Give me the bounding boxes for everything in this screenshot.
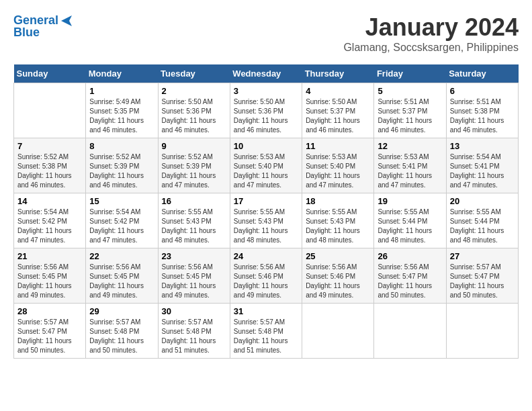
day-number: 10 — [234, 141, 298, 151]
day-info: Sunrise: 5:56 AM Sunset: 5:46 PM Dayligh… — [306, 263, 370, 300]
day-header-friday: Friday — [374, 64, 446, 83]
calendar-cell: 27Sunrise: 5:57 AM Sunset: 5:47 PM Dayli… — [446, 248, 518, 304]
calendar-cell: 23Sunrise: 5:56 AM Sunset: 5:45 PM Dayli… — [158, 248, 230, 304]
day-info: Sunrise: 5:55 AM Sunset: 5:43 PM Dayligh… — [306, 208, 370, 245]
day-number: 25 — [306, 251, 370, 261]
day-info: Sunrise: 5:52 AM Sunset: 5:39 PM Dayligh… — [162, 152, 226, 190]
day-info: Sunrise: 5:56 AM Sunset: 5:46 PM Dayligh… — [234, 263, 298, 300]
title-section: January 2024 Glamang, Soccsksargen, Phil… — [343, 13, 519, 54]
day-info: Sunrise: 5:53 AM Sunset: 5:40 PM Dayligh… — [234, 152, 298, 190]
day-number: 1 — [89, 86, 154, 96]
calendar-cell: 26Sunrise: 5:56 AM Sunset: 5:47 PM Dayli… — [374, 248, 446, 304]
calendar-cell — [302, 304, 374, 359]
calendar-cell: 18Sunrise: 5:55 AM Sunset: 5:43 PM Dayli… — [302, 193, 374, 248]
day-number: 18 — [306, 196, 370, 206]
week-row-3: 14Sunrise: 5:54 AM Sunset: 5:42 PM Dayli… — [14, 193, 519, 248]
day-info: Sunrise: 5:49 AM Sunset: 5:35 PM Dayligh… — [89, 97, 154, 135]
day-number: 19 — [378, 196, 442, 206]
day-info: Sunrise: 5:55 AM Sunset: 5:43 PM Dayligh… — [162, 208, 226, 245]
calendar-cell: 8Sunrise: 5:52 AM Sunset: 5:39 PM Daylig… — [86, 138, 158, 193]
calendar-table: SundayMondayTuesdayWednesdayThursdayFrid… — [13, 64, 519, 359]
main-title: January 2024 — [343, 13, 519, 42]
calendar-cell — [446, 304, 518, 359]
day-info: Sunrise: 5:57 AM Sunset: 5:47 PM Dayligh… — [17, 318, 82, 355]
calendar-cell: 19Sunrise: 5:55 AM Sunset: 5:44 PM Dayli… — [374, 193, 446, 248]
day-number: 15 — [89, 196, 154, 206]
day-info: Sunrise: 5:54 AM Sunset: 5:42 PM Dayligh… — [17, 208, 82, 245]
day-header-sunday: Sunday — [14, 64, 86, 83]
day-info: Sunrise: 5:57 AM Sunset: 5:48 PM Dayligh… — [89, 318, 154, 355]
calendar-cell: 22Sunrise: 5:56 AM Sunset: 5:45 PM Dayli… — [86, 248, 158, 304]
calendar-cell: 4Sunrise: 5:50 AM Sunset: 5:37 PM Daylig… — [302, 83, 374, 138]
calendar-cell: 1Sunrise: 5:49 AM Sunset: 5:35 PM Daylig… — [86, 83, 158, 138]
day-number: 7 — [17, 141, 82, 151]
day-info: Sunrise: 5:57 AM Sunset: 5:48 PM Dayligh… — [162, 318, 226, 355]
day-number: 27 — [450, 251, 515, 261]
calendar-cell: 7Sunrise: 5:52 AM Sunset: 5:38 PM Daylig… — [14, 138, 86, 193]
day-number: 26 — [378, 251, 442, 261]
calendar-cell: 10Sunrise: 5:53 AM Sunset: 5:40 PM Dayli… — [230, 138, 302, 193]
day-header-thursday: Thursday — [302, 64, 374, 83]
calendar-cell: 3Sunrise: 5:50 AM Sunset: 5:36 PM Daylig… — [230, 83, 302, 138]
day-number: 17 — [234, 196, 298, 206]
day-info: Sunrise: 5:50 AM Sunset: 5:36 PM Dayligh… — [162, 97, 226, 135]
day-info: Sunrise: 5:53 AM Sunset: 5:40 PM Dayligh… — [306, 152, 370, 190]
calendar-cell — [374, 304, 446, 359]
day-info: Sunrise: 5:57 AM Sunset: 5:47 PM Dayligh… — [450, 263, 515, 300]
day-number: 14 — [17, 196, 82, 206]
day-info: Sunrise: 5:55 AM Sunset: 5:43 PM Dayligh… — [234, 208, 298, 245]
calendar-cell: 2Sunrise: 5:50 AM Sunset: 5:36 PM Daylig… — [158, 83, 230, 138]
logo: General Blue — [13, 13, 73, 40]
day-info: Sunrise: 5:54 AM Sunset: 5:41 PM Dayligh… — [450, 152, 515, 190]
header: General Blue January 2024 Glamang, Soccs… — [13, 13, 519, 54]
week-row-4: 21Sunrise: 5:56 AM Sunset: 5:45 PM Dayli… — [14, 248, 519, 304]
calendar-cell: 28Sunrise: 5:57 AM Sunset: 5:47 PM Dayli… — [14, 304, 86, 359]
day-info: Sunrise: 5:54 AM Sunset: 5:42 PM Dayligh… — [89, 208, 154, 245]
day-number: 11 — [306, 141, 370, 151]
calendar-cell: 20Sunrise: 5:55 AM Sunset: 5:44 PM Dayli… — [446, 193, 518, 248]
day-number: 30 — [162, 306, 226, 316]
calendar-cell: 16Sunrise: 5:55 AM Sunset: 5:43 PM Dayli… — [158, 193, 230, 248]
calendar-cell: 15Sunrise: 5:54 AM Sunset: 5:42 PM Dayli… — [86, 193, 158, 248]
calendar-cell: 9Sunrise: 5:52 AM Sunset: 5:39 PM Daylig… — [158, 138, 230, 193]
day-number: 20 — [450, 196, 515, 206]
day-number: 5 — [378, 86, 442, 96]
day-number: 23 — [162, 251, 226, 261]
calendar-cell: 30Sunrise: 5:57 AM Sunset: 5:48 PM Dayli… — [158, 304, 230, 359]
day-info: Sunrise: 5:56 AM Sunset: 5:47 PM Dayligh… — [378, 263, 442, 300]
day-info: Sunrise: 5:56 AM Sunset: 5:45 PM Dayligh… — [162, 263, 226, 300]
calendar-cell: 24Sunrise: 5:56 AM Sunset: 5:46 PM Dayli… — [230, 248, 302, 304]
day-number: 29 — [89, 306, 154, 316]
calendar-cell: 11Sunrise: 5:53 AM Sunset: 5:40 PM Dayli… — [302, 138, 374, 193]
header-row: SundayMondayTuesdayWednesdayThursdayFrid… — [14, 64, 519, 83]
day-info: Sunrise: 5:52 AM Sunset: 5:39 PM Dayligh… — [89, 152, 154, 190]
day-number: 6 — [450, 86, 515, 96]
calendar-cell: 31Sunrise: 5:57 AM Sunset: 5:48 PM Dayli… — [230, 304, 302, 359]
calendar-cell — [14, 83, 86, 138]
day-info: Sunrise: 5:55 AM Sunset: 5:44 PM Dayligh… — [450, 208, 515, 245]
day-info: Sunrise: 5:55 AM Sunset: 5:44 PM Dayligh… — [378, 208, 442, 245]
day-number: 8 — [89, 141, 154, 151]
day-info: Sunrise: 5:50 AM Sunset: 5:37 PM Dayligh… — [306, 97, 370, 135]
subtitle: Glamang, Soccsksargen, Philippines — [343, 42, 519, 54]
day-number: 21 — [17, 251, 82, 261]
day-number: 31 — [234, 306, 298, 316]
day-info: Sunrise: 5:52 AM Sunset: 5:38 PM Dayligh… — [17, 152, 82, 190]
day-header-tuesday: Tuesday — [158, 64, 230, 83]
calendar-cell: 12Sunrise: 5:53 AM Sunset: 5:41 PM Dayli… — [374, 138, 446, 193]
day-number: 2 — [162, 86, 226, 96]
calendar-cell: 17Sunrise: 5:55 AM Sunset: 5:43 PM Dayli… — [230, 193, 302, 248]
logo-text-blue: Blue — [13, 26, 40, 40]
day-number: 12 — [378, 141, 442, 151]
logo-bird-icon — [60, 14, 73, 28]
day-info: Sunrise: 5:53 AM Sunset: 5:41 PM Dayligh… — [378, 152, 442, 190]
svg-marker-0 — [61, 15, 72, 26]
day-number: 22 — [89, 251, 154, 261]
week-row-1: 1Sunrise: 5:49 AM Sunset: 5:35 PM Daylig… — [14, 83, 519, 138]
day-info: Sunrise: 5:56 AM Sunset: 5:45 PM Dayligh… — [89, 263, 154, 300]
day-number: 28 — [17, 306, 82, 316]
day-info: Sunrise: 5:50 AM Sunset: 5:36 PM Dayligh… — [234, 97, 298, 135]
day-number: 13 — [450, 141, 515, 151]
day-number: 3 — [234, 86, 298, 96]
day-number: 24 — [234, 251, 298, 261]
